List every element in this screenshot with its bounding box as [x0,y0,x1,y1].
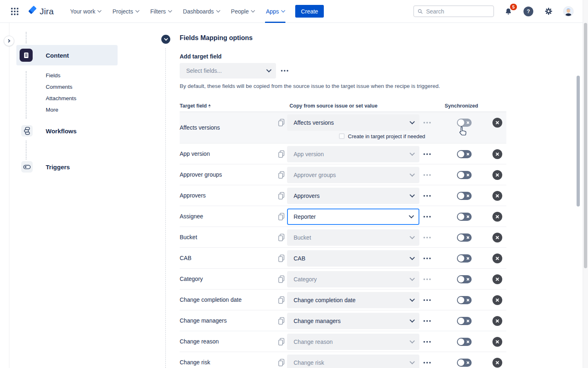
chevron-down-icon [164,37,168,41]
sidebar-item-comments[interactable]: Comments [46,84,72,90]
synchronized-toggle[interactable] [457,192,472,200]
remove-field-button[interactable] [492,274,502,284]
nav-dashboards[interactable]: Dashboards [177,0,225,23]
synchronized-toggle[interactable] [457,254,472,263]
copy-icon[interactable] [277,118,285,129]
row-more-button[interactable] [423,174,431,176]
create-in-target-checkbox[interactable] [339,133,345,139]
remove-field-button[interactable] [492,233,502,242]
nav-projects[interactable]: Projects [107,0,145,23]
sidebar-item-workflows[interactable]: Workflows [21,125,77,137]
close-icon [495,298,499,302]
remove-field-button[interactable] [492,149,502,159]
copy-icon[interactable] [277,275,285,285]
remove-field-button[interactable] [492,118,502,128]
row-more-button[interactable] [423,216,431,218]
value-dropdown[interactable]: Bucket [287,229,419,246]
column-header-target-field[interactable]: Target field [180,103,211,109]
workflow-icon [21,125,33,137]
collapse-section-button[interactable] [161,35,170,44]
value-dropdown[interactable]: Approver groups [287,167,419,183]
row-more-button[interactable] [423,258,431,259]
window-scrollbar-track[interactable] [583,0,588,368]
create-button[interactable]: Create [295,5,324,18]
synchronized-toggle[interactable] [457,338,472,346]
synchronized-toggle[interactable] [457,150,472,158]
value-dropdown[interactable]: Change managers [287,313,419,329]
remove-field-button[interactable] [492,358,502,368]
remove-field-button[interactable] [492,254,502,263]
table-row: Assignee Reporter [180,206,506,227]
remove-field-button[interactable] [492,212,502,222]
row-more-button[interactable] [423,195,431,197]
value-dropdown[interactable]: App version [287,146,419,162]
question-mark-icon: ? [523,7,533,16]
copy-icon[interactable] [277,233,285,244]
row-more-button[interactable] [423,320,431,322]
value-dropdown[interactable]: Change risk [287,355,419,368]
synchronized-toggle[interactable] [457,275,472,283]
copy-icon[interactable] [277,150,285,160]
toggle-off-x-icon [466,340,470,343]
synchronized-toggle[interactable] [457,233,472,242]
remove-field-button[interactable] [492,295,502,305]
row-more-button[interactable] [423,237,431,238]
app-switcher-button[interactable] [8,5,21,18]
synchronized-toggle[interactable] [457,119,472,127]
value-dropdown[interactable]: Reporter [287,209,419,225]
value-dropdown[interactable]: Change completion date [287,292,419,308]
nav-apps[interactable]: Apps [260,0,290,23]
table-row: Change managers Change managers [180,310,506,331]
row-more-button[interactable] [423,341,431,343]
synchronized-toggle[interactable] [457,317,472,325]
row-more-button[interactable] [423,362,431,364]
copy-icon[interactable] [277,191,285,202]
copy-icon[interactable] [277,212,285,223]
notifications-button[interactable]: 5 [503,6,514,17]
value-dropdown[interactable]: Affects versions [287,114,419,131]
synchronized-toggle[interactable] [457,359,472,367]
sidebar-item-attachments[interactable]: Attachments [46,95,76,102]
copy-icon[interactable] [277,254,285,265]
row-more-button[interactable] [423,299,431,301]
value-dropdown[interactable]: Category [287,271,419,287]
value-dropdown[interactable]: CAB [287,250,419,267]
profile-button[interactable] [563,6,574,17]
row-more-button[interactable] [423,278,431,280]
settings-button[interactable] [543,6,554,17]
search-input[interactable] [426,8,490,15]
window-scrollbar-thumb[interactable] [584,23,587,268]
remove-field-button[interactable] [492,170,502,180]
sidebar-item-fields[interactable]: Fields [46,72,60,79]
select-fields-dropdown[interactable]: Select fields... [180,63,276,79]
copy-icon[interactable] [277,171,285,181]
copy-icon[interactable] [277,296,285,306]
remove-field-button[interactable] [492,337,502,347]
synchronized-toggle[interactable] [457,213,472,221]
sidebar-item-more[interactable]: More [46,107,58,113]
remove-field-button[interactable] [492,191,502,201]
value-dropdown-text: App version [294,151,324,157]
sidebar-item-content[interactable]: Content [16,45,118,65]
copy-icon[interactable] [277,337,285,348]
add-field-more-button[interactable] [281,70,288,72]
sidebar-item-triggers[interactable]: Triggers [21,161,70,173]
column-header-copy-value: Copy from source issue or set value [290,103,377,109]
row-more-button[interactable] [423,122,431,123]
value-dropdown[interactable]: Change reason [287,334,419,350]
global-search[interactable] [413,5,494,17]
remove-field-button[interactable] [492,316,502,326]
copy-icon[interactable] [277,358,285,368]
synchronized-toggle[interactable] [457,296,472,304]
help-button[interactable]: ? [523,6,534,17]
nav-filters[interactable]: Filters [145,0,177,23]
value-dropdown[interactable]: Approvers [287,188,419,204]
nav-your-work[interactable]: Your work [65,0,107,23]
nav-people[interactable]: People [225,0,261,23]
content-scrollbar-thumb[interactable] [577,76,580,206]
row-more-button[interactable] [423,153,431,155]
expand-panel-button[interactable] [4,36,14,46]
jira-logo[interactable]: Jira [27,6,54,17]
synchronized-toggle[interactable] [457,171,472,179]
copy-icon[interactable] [277,316,285,327]
